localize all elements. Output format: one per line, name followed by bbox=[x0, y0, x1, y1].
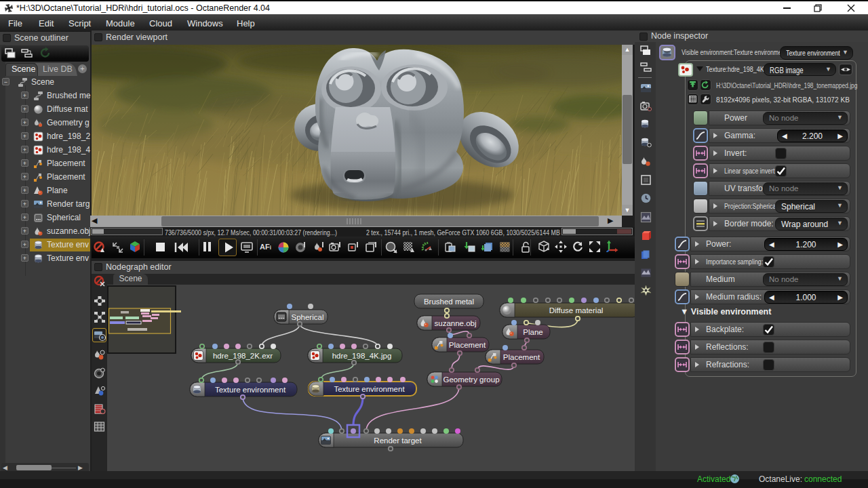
svg-text:Texture environment: Texture environment bbox=[215, 386, 286, 394]
svg-text:Spherical: Spherical bbox=[292, 313, 324, 321]
svg-text:hdre_198_2K.exr: hdre_198_2K.exr bbox=[213, 352, 273, 360]
svg-text:Plane: Plane bbox=[523, 328, 542, 336]
svg-text:Placement: Placement bbox=[503, 353, 540, 361]
svg-text:Placement: Placement bbox=[449, 341, 486, 349]
svg-text:Brushed metal: Brushed metal bbox=[424, 298, 474, 306]
svg-text:Texture environment: Texture environment bbox=[334, 385, 405, 393]
svg-text:hdre_198_4K.jpg: hdre_198_4K.jpg bbox=[332, 352, 392, 360]
svg-text:Diffuse material: Diffuse material bbox=[549, 306, 604, 314]
svg-text:Render target: Render target bbox=[374, 436, 422, 445]
svg-text:suzanne.obj: suzanne.obj bbox=[434, 319, 476, 327]
svg-text:Geometry group: Geometry group bbox=[443, 375, 499, 384]
